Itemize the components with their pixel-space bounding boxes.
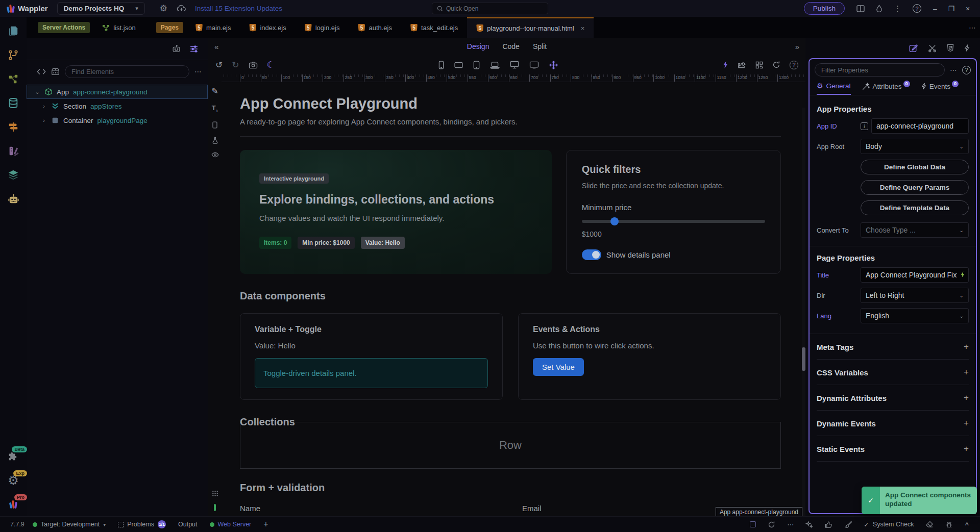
undo-icon[interactable]: ↺ — [215, 60, 223, 70]
text-size-icon[interactable]: T1 — [212, 104, 218, 113]
settings-gear-icon[interactable]: ⚙ — [160, 3, 167, 14]
find-elements-input[interactable] — [65, 65, 189, 78]
bug-icon[interactable] — [941, 521, 957, 528]
tab-pages[interactable]: Pages — [156, 22, 183, 33]
detach-scissors-icon[interactable] — [928, 44, 937, 53]
define-query-params-button[interactable]: Define Query Params — [861, 180, 969, 195]
canvas-scrollbar[interactable] — [802, 108, 805, 516]
help-icon[interactable]: ? — [913, 4, 921, 13]
collections-row[interactable]: Row — [240, 422, 781, 469]
window-minimize-button[interactable]: – — [928, 5, 942, 13]
structure-more-menu-icon[interactable]: ⋯ — [194, 67, 202, 75]
expand-panel-icon[interactable]: » — [795, 42, 799, 51]
add-icon[interactable]: + — [964, 342, 969, 352]
window-close-button[interactable]: × — [961, 5, 975, 13]
device-desktop-icon[interactable] — [510, 61, 519, 69]
filter-sliders-icon[interactable] — [189, 45, 199, 53]
add-icon[interactable]: + — [964, 367, 969, 377]
layers-icon[interactable] — [7, 168, 20, 182]
add-icon[interactable]: + — [964, 444, 969, 454]
tab-playground-tour-manual[interactable]: 5 playground--tour-manual.html × — [467, 17, 594, 38]
code-icon[interactable] — [37, 68, 46, 75]
dynamic-attributes-section[interactable]: Dynamic Attributes + — [817, 385, 969, 411]
edit-properties-icon[interactable] — [909, 44, 918, 53]
chevron-down-icon[interactable]: ⌄ — [34, 89, 40, 95]
tab-close-icon[interactable]: × — [581, 24, 585, 32]
define-template-data-button[interactable]: Define Template Data — [861, 200, 969, 215]
add-icon[interactable]: + — [964, 418, 969, 428]
tree-item-app[interactable]: ⌄ App app-connect-playground — [27, 85, 208, 99]
page-title-input[interactable] — [861, 267, 969, 283]
tab-list-json[interactable]: list.json — [93, 17, 144, 38]
theme-droplet-icon[interactable] — [876, 5, 883, 12]
collapse-panel-icon[interactable]: « — [214, 42, 218, 51]
routes-signpost-icon[interactable] — [7, 120, 20, 134]
chevron-right-icon[interactable]: › — [41, 103, 47, 109]
grid-handle-icon[interactable] — [212, 490, 218, 497]
ai-assistant-robot-icon[interactable] — [7, 192, 20, 206]
tab-auth-ejs[interactable]: 5 auth.ejs — [349, 17, 401, 38]
screenshot-camera-icon[interactable] — [249, 61, 258, 69]
sparkles-icon[interactable] — [801, 521, 817, 528]
mode-split[interactable]: Split — [533, 42, 547, 50]
price-slider[interactable] — [582, 220, 765, 223]
properties-help-icon[interactable]: ? — [962, 66, 971, 74]
dynamic-events-section[interactable]: Dynamic Events + — [817, 411, 969, 436]
device-tv-icon[interactable] — [529, 61, 539, 69]
lang-select[interactable]: English ⌄ — [861, 308, 969, 323]
tab-login-ejs[interactable]: 5 login.ejs — [296, 17, 349, 38]
add-panel-button[interactable]: + — [259, 520, 272, 529]
device-tablet-landscape-icon[interactable] — [454, 62, 463, 68]
install-updates-link[interactable]: Install 15 Extension Updates — [195, 5, 282, 12]
window-restore-button[interactable]: ❐ — [944, 5, 959, 13]
device-frame-icon[interactable] — [212, 121, 217, 129]
quick-open-search[interactable]: Quick Open — [432, 3, 548, 14]
system-check-button[interactable]: ✓ System Check — [860, 521, 918, 528]
chevron-up-icon[interactable]: ^ — [961, 521, 973, 528]
tab-general[interactable]: ⚙ General — [817, 82, 851, 95]
refresh-icon[interactable] — [772, 61, 780, 69]
slider-thumb[interactable] — [610, 217, 619, 225]
tab-server-actions[interactable]: Server Actions — [38, 22, 90, 33]
thumbs-up-icon[interactable] — [821, 521, 837, 528]
design-canvas[interactable]: ✎ T1 App Connect Playground — [208, 82, 805, 516]
mode-design[interactable]: Design — [467, 42, 489, 50]
tab-events[interactable]: Events 0 — [921, 83, 959, 94]
device-tablet-icon[interactable] — [473, 61, 480, 69]
info-icon[interactable]: i — [861, 122, 868, 130]
paintbrush-icon[interactable] — [840, 521, 856, 528]
details-toggle[interactable] — [582, 249, 601, 260]
convert-to-select[interactable]: Choose Type ... ⌄ — [861, 222, 969, 238]
chevron-right-icon[interactable]: › — [41, 117, 47, 123]
reload-icon[interactable] — [764, 521, 779, 528]
eraser-icon[interactable] — [921, 521, 938, 528]
project-selector[interactable]: Demo Projects HQ ▾ — [57, 2, 145, 15]
experiments-flask-icon[interactable] — [212, 137, 218, 144]
define-global-data-button[interactable]: Define Global Data — [861, 160, 969, 174]
pan-move-icon[interactable] — [549, 61, 558, 69]
toast-notification[interactable]: ✓ App Connect components updated — [862, 487, 977, 514]
ai-robot-icon[interactable] — [172, 44, 181, 54]
tab-overflow-menu-icon[interactable]: ⋯ — [969, 23, 976, 32]
redo-icon[interactable]: ↻ — [232, 60, 239, 70]
database-icon[interactable] — [7, 96, 20, 110]
design-styles-icon[interactable] — [7, 144, 20, 158]
selection-square-icon[interactable] — [746, 521, 760, 527]
app-id-input[interactable] — [871, 118, 969, 134]
pages-icon[interactable] — [7, 24, 20, 38]
output-button[interactable]: Output — [174, 521, 202, 528]
web-server-button[interactable]: Web Server — [206, 521, 256, 528]
problems-button[interactable]: Problems 1/1 — [114, 520, 170, 528]
target-selector[interactable]: Target: Development ▾ — [29, 521, 110, 528]
share-export-icon[interactable] — [738, 61, 746, 69]
design-help-icon[interactable]: ? — [790, 61, 798, 69]
events-bolt-icon[interactable] — [964, 44, 970, 52]
filter-properties-input[interactable] — [815, 63, 945, 77]
panels-layout-icon[interactable] — [856, 5, 865, 12]
dynamic-bolt-icon[interactable] — [960, 271, 965, 278]
static-events-section[interactable]: Static Events + — [817, 436, 969, 462]
set-value-button[interactable]: Set Value — [533, 358, 584, 376]
dir-select[interactable]: Left to Right ⌄ — [861, 288, 969, 303]
wappler-pro-icon[interactable]: Pro — [7, 498, 20, 511]
meta-tags-section[interactable]: Meta Tags + — [817, 334, 969, 360]
